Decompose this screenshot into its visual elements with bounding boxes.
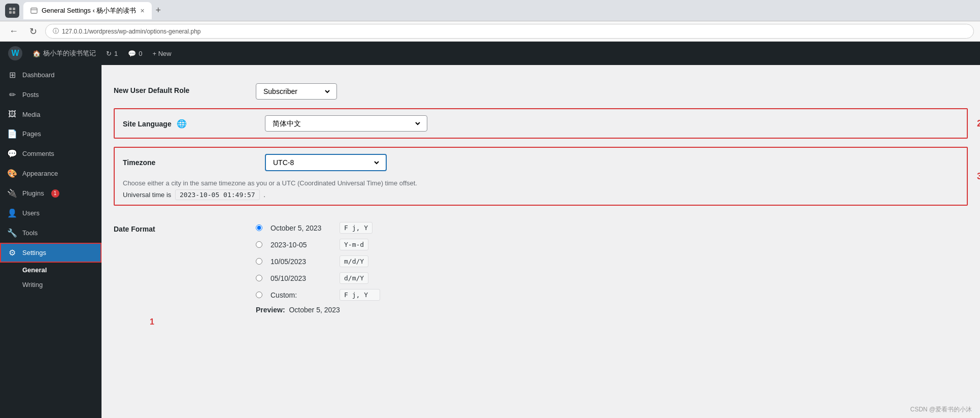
timezone-select[interactable]: UTC-8 UTC-7 UTC+0 UTC+8 [265, 154, 387, 171]
date-format-option-label-2: 10/05/2023 [271, 258, 331, 266]
new-user-role-select[interactable]: Subscriber Contributor Author Editor Adm… [256, 83, 337, 100]
browser-tab[interactable]: General Settings ‹ 杨小羊的读书 × [23, 2, 152, 19]
sub-item-label: General [22, 266, 47, 274]
address-bar[interactable]: ⓘ 127.0.0.1/wordpress/wp-admin/options-g… [45, 24, 974, 39]
svg-rect-2 [9, 11, 12, 14]
sidebar-item-label: Dashboard [22, 71, 55, 79]
back-button[interactable]: ← [6, 24, 21, 39]
sidebar-item-label: Users [22, 209, 40, 217]
date-format-custom-input[interactable]: F j, Y [340, 289, 380, 301]
updates-icon: ↻ [106, 50, 112, 57]
date-format-radio-3[interactable] [256, 275, 262, 281]
browser-chrome: General Settings ‹ 杨小羊的读书 × + [0, 0, 980, 21]
tools-icon: 🔧 [7, 228, 17, 238]
preview-label: Preview: [256, 306, 285, 314]
sidebar-item-label: Plugins [22, 189, 44, 197]
admin-bar-updates[interactable]: ↻ 1 [106, 50, 118, 57]
appearance-icon: 🎨 [7, 169, 17, 178]
sidebar-item-settings[interactable]: ⚙ Settings [0, 243, 102, 263]
timezone-help: Choose either a city in the same timezon… [123, 179, 417, 187]
date-format-code-2: m/d/Y [340, 255, 368, 267]
date-format-label: Date Format [114, 222, 256, 236]
site-language-highlight: Site Language 🌐 简体中文 English 2 [114, 108, 968, 139]
svg-rect-1 [13, 8, 15, 10]
date-format-option-label-1: 2023-10-05 [271, 241, 331, 249]
date-format-option-label-4: Custom: [271, 291, 331, 299]
utc-time-display: 2023-10-05 01:49:57 [175, 189, 260, 200]
timezone-field: UTC-8 UTC-7 UTC+0 UTC+8 [265, 154, 959, 171]
date-format-option-2: 10/05/2023 m/d/Y [256, 255, 968, 267]
date-format-option-1: 2023-10-05 Y-m-d [256, 239, 968, 250]
new-user-role-label: New User Default Role [114, 83, 256, 98]
date-format-option-0: October 5, 2023 F j, Y [256, 222, 968, 234]
info-icon: ⓘ [53, 27, 59, 36]
home-icon: 🏠 [32, 50, 41, 57]
sidebar-item-comments[interactable]: 💬 Comments [0, 144, 102, 164]
sidebar-item-dashboard[interactable]: ⊞ Dashboard [0, 65, 102, 85]
comments-icon: 💬 [128, 50, 136, 57]
svg-rect-4 [31, 8, 37, 13]
date-format-radio-1[interactable] [256, 241, 262, 248]
sidebar-item-label: Settings [22, 249, 46, 256]
sidebar-item-label: Posts [22, 91, 39, 99]
tab-close-button[interactable]: × [140, 7, 144, 15]
sidebar-item-label: Pages [22, 130, 41, 138]
sidebar-sub-item-writing[interactable]: Writing [0, 277, 102, 292]
plugins-icon: 🔌 [7, 188, 17, 198]
new-tab-button[interactable]: + [156, 5, 161, 16]
wp-logo[interactable]: W [8, 46, 22, 60]
admin-bar-new[interactable]: + New [152, 50, 171, 57]
sidebar-item-media[interactable]: 🖼 Media [0, 105, 102, 124]
translate-icon: 🌐 [177, 119, 187, 128]
date-format-option-label-0: October 5, 2023 [271, 224, 331, 232]
admin-bar-site[interactable]: 🏠 杨小羊的读书笔记 [32, 49, 96, 58]
settings-content: New User Default Role Subscriber Contrib… [102, 65, 980, 418]
sidebar-item-posts[interactable]: ✏ Posts [0, 85, 102, 105]
timezone-select-input[interactable]: UTC-8 UTC-7 UTC+0 UTC+8 [271, 158, 381, 167]
language-select-input[interactable]: 简体中文 English [271, 119, 422, 128]
sidebar-sub-item-general[interactable]: General [0, 263, 102, 277]
site-language-label: Site Language 🌐 [123, 116, 265, 132]
sidebar: ⊞ Dashboard ✏ Posts 🖼 Media 📄 Pages 💬 Co… [0, 65, 102, 418]
sidebar-item-label: Tools [22, 229, 38, 237]
comments-icon: 💬 [7, 149, 17, 158]
new-user-role-row: New User Default Role Subscriber Contrib… [114, 75, 968, 108]
wp-admin-bar: W 🏠 杨小羊的读书笔记 ↻ 1 💬 0 + New [0, 42, 980, 65]
date-format-option-label-3: 05/10/2023 [271, 274, 331, 282]
dashboard-icon: ⊞ [7, 70, 17, 80]
sidebar-item-label: Media [22, 111, 40, 118]
sidebar-item-users[interactable]: 👤 Users [0, 203, 102, 223]
refresh-button[interactable]: ↻ [26, 24, 40, 39]
sidebar-item-pages[interactable]: 📄 Pages [0, 124, 102, 144]
sidebar-item-plugins[interactable]: 🔌 Plugins 1 [0, 183, 102, 203]
tab-title: General Settings ‹ 杨小羊的读书 [42, 6, 136, 15]
date-format-preview: Preview: October 5, 2023 [256, 306, 968, 314]
timezone-label: Timezone [123, 155, 265, 170]
watermark: CSDN @爱看书的小沐 [910, 405, 972, 414]
date-format-code-1: Y-m-d [340, 239, 368, 250]
sidebar-item-appearance[interactable]: 🎨 Appearance [0, 164, 102, 183]
admin-bar-comments[interactable]: 💬 0 [128, 50, 142, 57]
site-language-select[interactable]: 简体中文 English [265, 115, 427, 132]
date-format-code-0: F j, Y [340, 222, 373, 234]
svg-rect-0 [9, 8, 12, 10]
browser-app-icon [5, 4, 19, 18]
role-select-input[interactable]: Subscriber Contributor Author Editor Adm… [261, 87, 331, 96]
date-format-code-3: d/m/Y [340, 272, 368, 284]
date-format-radio-4[interactable] [256, 292, 262, 298]
pages-icon: 📄 [7, 129, 17, 139]
annotation-3: 3 [977, 171, 980, 182]
date-format-row: Date Format October 5, 2023 F j, Y 2023-… [114, 214, 968, 323]
browser-controls: ← ↻ ⓘ 127.0.0.1/wordpress/wp-admin/optio… [0, 21, 980, 42]
sidebar-item-tools[interactable]: 🔧 Tools [0, 223, 102, 243]
date-format-radio-2[interactable] [256, 258, 262, 265]
sidebar-item-label: Appearance [22, 170, 58, 177]
annotation-2: 2 [977, 118, 980, 129]
date-format-radio-0[interactable] [256, 224, 262, 231]
universal-time-row: Universal time is 2023-10-05 01:49:57 . [123, 191, 417, 199]
sub-item-label: Writing [22, 281, 43, 288]
svg-rect-3 [13, 11, 15, 14]
annotation-1: 1 [150, 317, 154, 327]
timezone-highlight: Timezone UTC-8 UTC-7 UTC+0 UTC+8 3 Choos… [114, 147, 968, 206]
settings-icon: ⚙ [7, 248, 17, 258]
